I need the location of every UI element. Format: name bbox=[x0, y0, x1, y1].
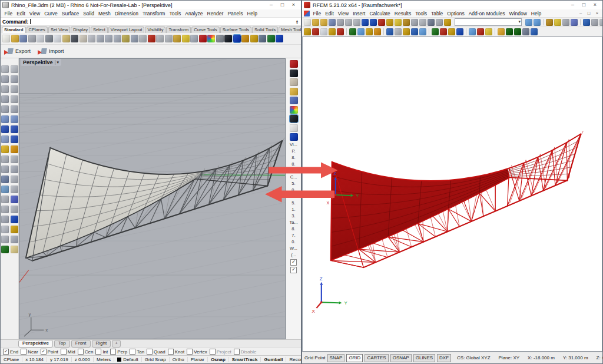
rfem-toggle-cartes[interactable]: CARTES bbox=[365, 354, 388, 362]
rfem-menu-add-on-modules[interactable]: Add-on Modules bbox=[466, 11, 507, 16]
osnap-checkbox-knot[interactable] bbox=[168, 349, 174, 355]
eraser-icon[interactable] bbox=[290, 78, 298, 86]
duplicate-icon[interactable] bbox=[54, 35, 61, 42]
support-icon[interactable] bbox=[366, 28, 373, 35]
lasso-icon[interactable] bbox=[554, 19, 561, 26]
color-wheel-icon[interactable] bbox=[207, 35, 215, 42]
display-mode-icon[interactable] bbox=[290, 60, 298, 68]
block-icon[interactable] bbox=[1, 226, 9, 233]
osnap-mid[interactable]: Mid bbox=[61, 349, 75, 355]
isometric-view-icon[interactable] bbox=[485, 28, 492, 35]
rhino-menu-tools[interactable]: Tools bbox=[167, 11, 183, 16]
array-icon[interactable] bbox=[11, 196, 18, 203]
pan-view-icon[interactable] bbox=[156, 35, 164, 42]
select-brush-icon[interactable] bbox=[11, 65, 18, 73]
undo-icon[interactable] bbox=[71, 35, 78, 42]
toolbar-tab-cplanes[interactable]: CPlanes bbox=[26, 27, 48, 33]
rendered-sphere-icon[interactable] bbox=[224, 35, 232, 42]
spheres-icon[interactable] bbox=[290, 133, 298, 141]
fillet-curve-icon[interactable] bbox=[11, 105, 18, 113]
curve-icon[interactable] bbox=[1, 75, 9, 83]
nodal-load-icon[interactable] bbox=[403, 28, 410, 35]
rfem-toggle-snap[interactable]: SNAP bbox=[327, 354, 345, 362]
osnap-checkbox-quad[interactable] bbox=[147, 349, 153, 355]
osnap-checkbox-disable[interactable] bbox=[234, 349, 240, 355]
panel-checkbox-1[interactable]: ✓ bbox=[290, 267, 297, 273]
osnap-checkbox-project[interactable] bbox=[210, 349, 216, 355]
line-tool-icon[interactable] bbox=[312, 28, 319, 35]
new-file-icon[interactable] bbox=[2, 35, 10, 42]
rhino-command-bar[interactable]: Command: ▲▼ bbox=[1, 18, 301, 26]
named-view-icon[interactable] bbox=[148, 35, 155, 42]
open-project-icon[interactable] bbox=[320, 19, 327, 26]
surface-load-icon[interactable] bbox=[419, 28, 426, 35]
rfem-menu-options[interactable]: Options bbox=[445, 11, 466, 16]
rfem-menu-view[interactable]: View bbox=[336, 11, 350, 16]
mesh-icon[interactable] bbox=[432, 28, 439, 35]
status-toggle-osnap[interactable]: Osnap bbox=[208, 357, 229, 362]
notes-icon[interactable] bbox=[11, 246, 18, 253]
copy-icon[interactable] bbox=[353, 19, 360, 26]
solid-tool-icon[interactable] bbox=[337, 28, 344, 35]
status-toggle-record-history[interactable]: Record History bbox=[286, 357, 301, 362]
sphere-icon[interactable] bbox=[11, 125, 18, 133]
explode-icon[interactable] bbox=[11, 145, 18, 153]
print-icon[interactable] bbox=[28, 35, 36, 42]
view-y-icon[interactable] bbox=[506, 28, 513, 35]
rfem-menu-calculate[interactable]: Calculate bbox=[367, 11, 392, 16]
results-icon[interactable] bbox=[448, 28, 455, 35]
circle-3pt-icon[interactable] bbox=[11, 85, 18, 93]
rfem-menu-edit[interactable]: Edit bbox=[323, 11, 336, 16]
work-plane-icon[interactable] bbox=[531, 28, 538, 35]
open-model-icon[interactable] bbox=[312, 19, 319, 26]
viewport-tab-right[interactable]: Right bbox=[92, 340, 111, 348]
minimize-button[interactable]: – bbox=[266, 1, 277, 9]
rfem-menu-file[interactable]: File bbox=[311, 11, 323, 16]
fillet-edge-icon[interactable] bbox=[1, 176, 9, 183]
check-icon[interactable] bbox=[1, 246, 9, 253]
osnap-tan[interactable]: Tan bbox=[130, 349, 144, 355]
camera-icon[interactable] bbox=[290, 115, 298, 123]
layer-state-icon[interactable] bbox=[199, 35, 207, 42]
node-tool-icon[interactable] bbox=[304, 28, 311, 35]
zoom-dynamic-icon[interactable] bbox=[114, 35, 121, 42]
toolbar-tab-surface-tools[interactable]: Surface Tools bbox=[220, 27, 251, 33]
layer-color-swatch[interactable] bbox=[117, 358, 121, 362]
status-toggle-ortho[interactable]: Ortho bbox=[170, 357, 188, 362]
osnap-checkbox-vertex[interactable] bbox=[187, 349, 193, 355]
material-icon[interactable] bbox=[320, 28, 327, 35]
osnap-int[interactable]: Int bbox=[95, 349, 108, 355]
extrude-icon[interactable] bbox=[11, 135, 18, 143]
member-icon[interactable] bbox=[357, 28, 365, 35]
rhino-menu-edit[interactable]: Edit bbox=[15, 11, 28, 16]
osnap-cen[interactable]: Cen bbox=[78, 349, 94, 355]
hinge-icon[interactable] bbox=[374, 28, 381, 35]
scale-icon[interactable] bbox=[1, 196, 9, 203]
mdi-minimize-button[interactable]: – bbox=[577, 11, 584, 16]
toolbar-tab-mesh-tools[interactable]: Mesh Tools bbox=[279, 27, 301, 33]
rhino-menu-dimension[interactable]: Dimension bbox=[112, 11, 140, 16]
rfem-menu-table[interactable]: Table bbox=[429, 11, 445, 16]
osnap-checkbox-perp[interactable] bbox=[110, 349, 116, 355]
new-window-icon[interactable] bbox=[403, 19, 410, 26]
rfem-menu-window[interactable]: Window bbox=[507, 11, 529, 16]
panel-checkbox-0[interactable]: ✓ bbox=[290, 259, 297, 266]
tile-icon[interactable] bbox=[436, 19, 443, 26]
edit-icon[interactable] bbox=[546, 19, 553, 26]
osnap-checkbox-mid[interactable] bbox=[61, 349, 67, 355]
next-view-icon[interactable] bbox=[534, 19, 541, 26]
viewport-layout-icon[interactable] bbox=[139, 35, 147, 42]
control-curve-icon[interactable] bbox=[11, 75, 18, 83]
render-sphere-icon[interactable] bbox=[290, 70, 298, 77]
rfem-toggle-grid[interactable]: GRID bbox=[346, 354, 363, 362]
move-tool-icon[interactable] bbox=[1, 206, 9, 213]
rotate-view-icon[interactable] bbox=[131, 35, 138, 42]
comment-icon[interactable] bbox=[571, 19, 578, 26]
image-icon[interactable] bbox=[290, 97, 298, 104]
table-edit-icon[interactable] bbox=[419, 19, 426, 26]
add-viewport-tab-icon[interactable]: + bbox=[112, 340, 121, 348]
rfem-menu-results[interactable]: Results bbox=[392, 11, 413, 16]
help-icon[interactable] bbox=[276, 35, 283, 42]
toolbar-tab-select[interactable]: Select bbox=[91, 27, 108, 33]
mirror-icon[interactable] bbox=[1, 216, 9, 223]
